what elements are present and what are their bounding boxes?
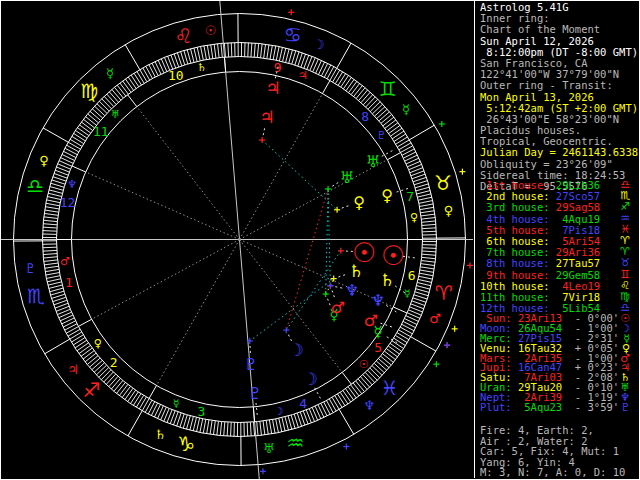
natal-planet-Venu: ♀ <box>353 193 365 212</box>
sign-boundary <box>337 43 351 68</box>
transit-planet-Uran: ♅ <box>366 152 380 171</box>
degree-tick <box>151 403 157 416</box>
natal-pointer-Satu <box>338 274 347 277</box>
degree-tick <box>363 375 372 385</box>
house-cusp-tick-9 <box>323 80 330 93</box>
degree-tick <box>224 422 225 436</box>
degree-tick <box>217 421 219 435</box>
transit-planet-Mars: ♂ <box>364 311 378 330</box>
degree-tick <box>422 231 436 232</box>
aspect-line-sextile-Jupi-Venu <box>262 140 337 210</box>
degree-tick <box>385 120 396 129</box>
degree-tick <box>148 402 154 414</box>
degree-tick <box>327 67 334 79</box>
house-number-3: 3 <box>197 404 205 419</box>
house-cusp-line-2 <box>92 240 240 320</box>
degree-tick <box>149 65 155 77</box>
house-row-4-text: 4Aqu19 <box>556 213 600 225</box>
planet-row-undefined-text: Plut: <box>480 401 518 413</box>
degree-tick <box>374 363 384 372</box>
sign-boundary <box>125 45 140 70</box>
degree-tick <box>260 421 262 435</box>
degree-tick <box>142 399 149 411</box>
house-row-7-text: 29Ari36 <box>556 246 600 258</box>
house-row-9-text: 9th house: <box>480 269 556 281</box>
degree-tick <box>384 351 395 360</box>
degree-tick <box>397 333 409 340</box>
sign-glyph-taurus: ♉ <box>434 171 452 195</box>
degree-tick <box>191 49 194 63</box>
house-row-8-glyph: ♉ <box>620 257 630 268</box>
degree-tick <box>99 368 109 378</box>
degree-tick <box>375 107 385 116</box>
degree-tick <box>399 330 411 337</box>
degree-tick <box>402 324 414 330</box>
info-panel: Astrolog 5.41GInner ring:Chart of the Mo… <box>474 0 640 478</box>
house-row-1-text: 1st house: <box>480 179 556 191</box>
degree-tick <box>368 99 378 109</box>
planet-list: Sun: 23Ari13 - 0°00'☉Moon: 26Aqu54 - 1°0… <box>480 314 639 413</box>
header-line-2: Chart of the Moment <box>480 24 639 35</box>
degree-tick <box>273 46 276 60</box>
natal-planet-Satu: ♄ <box>348 261 363 281</box>
house-cusp-line-11 <box>137 107 240 240</box>
degree-tick <box>361 92 370 102</box>
degree-tick <box>67 145 79 152</box>
degree-tick <box>403 152 416 158</box>
degree-tick <box>419 204 433 207</box>
degree-tick <box>356 88 365 99</box>
sign-ruler-virgo: ☿ <box>106 66 114 81</box>
degree-tick <box>43 220 57 221</box>
degree-tick <box>383 354 394 363</box>
degree-tick <box>346 389 354 400</box>
element-summary: Fire: 4, Earth: 2,Air : 2, Water: 2Car: … <box>480 425 639 478</box>
degree-tick <box>81 122 92 130</box>
degree-tick <box>47 200 61 203</box>
degree-tick <box>75 340 87 348</box>
degree-tick <box>89 358 100 367</box>
degree-tick <box>397 140 409 147</box>
degree-tick <box>194 48 197 62</box>
sign-ruler-cancer: ☽ <box>313 37 325 52</box>
degree-tick <box>228 43 229 57</box>
degree-tick <box>402 149 414 155</box>
degree-tick <box>106 374 115 384</box>
degree-tick <box>63 321 76 327</box>
sign-glyph-virgo: ♍ <box>80 79 98 103</box>
house-ruler-10: ♄ <box>197 61 207 74</box>
degree-tick <box>122 386 130 397</box>
degree-tick <box>231 43 232 57</box>
sign-boundary <box>43 128 68 142</box>
degree-tick <box>392 341 404 349</box>
degree-tick <box>193 417 196 431</box>
degree-tick <box>324 65 330 77</box>
sign-ruler-capricorn: ♄ <box>154 427 166 442</box>
degree-tick <box>112 89 121 100</box>
degree-tick <box>197 418 200 432</box>
degree-tick <box>107 94 116 104</box>
house-row-3-text: 29Sag58 <box>556 201 600 213</box>
degree-tick <box>257 43 258 57</box>
house-cusp-tick-3 <box>149 386 156 399</box>
house-number-2: 2 <box>110 355 118 370</box>
natal-planet-Plut: ♇ <box>244 355 258 374</box>
degree-tick <box>291 415 295 428</box>
sign-boundary <box>339 409 354 434</box>
transit-planet-Moon: ☽ <box>302 369 317 389</box>
house-ruler-7: ♀ <box>410 211 418 224</box>
degree-tick <box>227 422 228 436</box>
house-cusp-tick-10 <box>224 57 225 72</box>
degree-tick <box>276 419 279 433</box>
degree-tick <box>321 403 327 416</box>
degree-tick <box>422 257 436 258</box>
house-row-10-text: 4Leo19 <box>556 280 600 292</box>
degree-tick <box>139 397 146 409</box>
degree-tick <box>128 390 136 402</box>
degree-tick <box>94 106 104 115</box>
degree-tick <box>96 365 106 375</box>
degree-tick <box>354 86 363 97</box>
degree-tick <box>200 419 203 433</box>
degree-tick <box>45 266 59 268</box>
degree-tick <box>50 288 63 292</box>
degree-tick <box>267 45 269 59</box>
